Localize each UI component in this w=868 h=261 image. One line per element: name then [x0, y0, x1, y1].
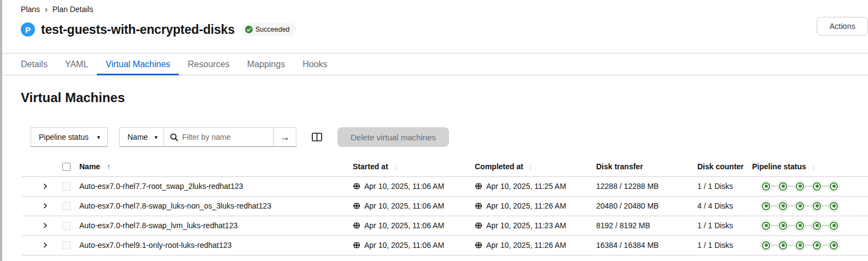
- expand-row-button[interactable]: [40, 201, 50, 210]
- chevron-right-icon: [42, 203, 48, 209]
- pipeline-connector: [772, 205, 777, 206]
- pipeline-step-success-icon[interactable]: [811, 240, 823, 251]
- pipeline-step-success-icon[interactable]: [828, 240, 840, 251]
- globe-timezone-icon: [353, 182, 360, 190]
- apply-filter-button[interactable]: →: [273, 127, 296, 147]
- pipeline-step-success-icon[interactable]: [811, 220, 823, 232]
- tab-virtual-machines[interactable]: Virtual Machines: [97, 54, 179, 75]
- caret-down-icon: ▾: [97, 134, 100, 140]
- column-header-started-at[interactable]: Started at↕: [350, 157, 472, 176]
- pipeline-connector: [772, 186, 777, 187]
- disk-transfer-value: 8192 / 8192 MB: [596, 221, 650, 230]
- row-checkbox[interactable]: [62, 222, 71, 230]
- delete-virtual-machines-button[interactable]: Delete virtual machines: [337, 127, 449, 147]
- disk-counter-value: 4 / 4 Disks: [697, 201, 733, 210]
- caret-down-icon: ▾: [154, 134, 158, 140]
- pipeline-status-steps: [760, 181, 840, 192]
- column-header-disk-counter: Disk counter: [695, 157, 749, 176]
- pipeline-step-success-icon[interactable]: [777, 240, 789, 251]
- manage-columns-button[interactable]: [311, 132, 323, 143]
- name-filter-toggle[interactable]: Name ▾: [119, 127, 164, 147]
- filter-by-name-input[interactable]: [182, 133, 273, 141]
- disk-counter-value: 1 / 1 Disks: [697, 221, 733, 230]
- sort-icon: ↕: [529, 163, 533, 171]
- tab-hooks[interactable]: Hooks: [294, 54, 336, 75]
- pipeline-step-success-icon[interactable]: [828, 220, 840, 232]
- name-filter-label: Name: [127, 133, 148, 141]
- pipeline-step-success-icon[interactable]: [794, 240, 806, 251]
- tab-yaml[interactable]: YAML: [56, 54, 97, 75]
- pipeline-connector: [789, 245, 794, 246]
- actions-button[interactable]: Actions: [817, 17, 868, 35]
- pipeline-status-steps: [760, 240, 840, 251]
- globe-timezone-icon: [475, 222, 482, 229]
- column-header-completed-at-label: Completed at: [475, 162, 523, 171]
- pipeline-step-success-icon[interactable]: [811, 181, 823, 192]
- expand-column-header: [22, 157, 55, 176]
- pipeline-connector: [789, 186, 794, 187]
- column-header-name[interactable]: Name↑: [77, 157, 350, 176]
- column-header-completed-at[interactable]: Completed at↕: [472, 157, 593, 176]
- row-checkbox[interactable]: [62, 202, 71, 210]
- chevron-right-icon: [42, 242, 48, 248]
- tab-bar: DetailsYAMLVirtual MachinesResourcesMapp…: [0, 53, 868, 75]
- pipeline-step-success-icon[interactable]: [760, 200, 772, 212]
- disk-transfer-value: 16384 / 16384 MB: [596, 241, 659, 250]
- pipeline-status-filter-label: Pipeline status: [39, 133, 89, 141]
- vm-name: Auto-esx7.0-rhel7.7-root_swap_2luks-redh…: [79, 182, 243, 191]
- disk-transfer-value: 12288 / 12288 MB: [596, 182, 659, 191]
- pipeline-step-success-icon[interactable]: [760, 181, 772, 192]
- column-header-name-label: Name: [79, 162, 100, 171]
- pipeline-connector: [772, 245, 777, 246]
- pipeline-step-success-icon[interactable]: [777, 181, 789, 192]
- breadcrumb: Plans › Plan Details: [0, 0, 868, 14]
- started-at-value: Apr 10, 2025, 11:06 AM: [364, 201, 444, 210]
- section-title: Virtual Machines: [21, 90, 868, 105]
- pipeline-step-success-icon[interactable]: [760, 240, 772, 251]
- check-circle-icon: [245, 26, 253, 33]
- vm-name: Auto-esx7.0-rhel7.8-swap_lvm_luks-redhat…: [79, 221, 237, 230]
- pipeline-connector: [772, 225, 777, 226]
- expand-row-button[interactable]: [40, 182, 50, 191]
- tab-details[interactable]: Details: [12, 54, 56, 75]
- breadcrumb-item-plans[interactable]: Plans: [21, 5, 40, 14]
- column-header-disk-transfer-label: Disk transfer: [596, 162, 643, 171]
- globe-timezone-icon: [353, 241, 360, 249]
- expand-row-button[interactable]: [40, 221, 50, 230]
- column-header-pipeline-status-label: Pipeline status: [752, 162, 806, 171]
- tab-resources[interactable]: Resources: [179, 54, 238, 75]
- pipeline-status-steps: [760, 200, 840, 212]
- status-badge: Succeeded: [242, 23, 296, 36]
- select-all-column-header: [55, 157, 77, 176]
- select-all-checkbox[interactable]: [62, 163, 71, 171]
- pipeline-step-success-icon[interactable]: [794, 181, 806, 192]
- started-at-value: Apr 10, 2025, 11:06 AM: [364, 221, 444, 230]
- pipeline-connector: [823, 245, 828, 246]
- page-title: test-guests-with-encrypted-disks: [41, 22, 235, 37]
- pipeline-step-success-icon[interactable]: [777, 220, 789, 232]
- pipeline-status-filter-toggle[interactable]: Pipeline status ▾: [31, 127, 108, 147]
- pipeline-step-success-icon[interactable]: [828, 200, 840, 212]
- row-checkbox[interactable]: [62, 241, 71, 250]
- window-edge-strip: [0, 0, 2, 261]
- tab-mappings[interactable]: Mappings: [238, 54, 294, 75]
- column-header-pipeline-status[interactable]: Pipeline status↕: [749, 157, 868, 176]
- pipeline-step-success-icon[interactable]: [828, 181, 840, 192]
- completed-at-value: Apr 10, 2025, 11:25 AM: [486, 182, 566, 191]
- pipeline-connector: [789, 205, 794, 206]
- globe-timezone-icon: [475, 182, 482, 190]
- completed-at-value: Apr 10, 2025, 11:26 AM: [486, 241, 566, 250]
- expand-row-button[interactable]: [40, 241, 50, 250]
- vm-name: Auto-esx7.0-rhel7.8-swap_luks-non_os_3lu…: [79, 201, 271, 210]
- pipeline-step-success-icon[interactable]: [794, 200, 806, 212]
- chevron-right-icon: [42, 183, 48, 189]
- pipeline-step-success-icon[interactable]: [777, 200, 789, 212]
- row-checkbox[interactable]: [62, 182, 71, 191]
- sort-icon: ↕: [394, 163, 398, 171]
- pipeline-step-success-icon[interactable]: [794, 220, 806, 232]
- pipeline-connector: [823, 225, 828, 226]
- sort-ascending-icon: ↑: [107, 162, 110, 171]
- pipeline-connector: [806, 245, 811, 246]
- pipeline-step-success-icon[interactable]: [760, 220, 772, 232]
- pipeline-step-success-icon[interactable]: [811, 200, 823, 212]
